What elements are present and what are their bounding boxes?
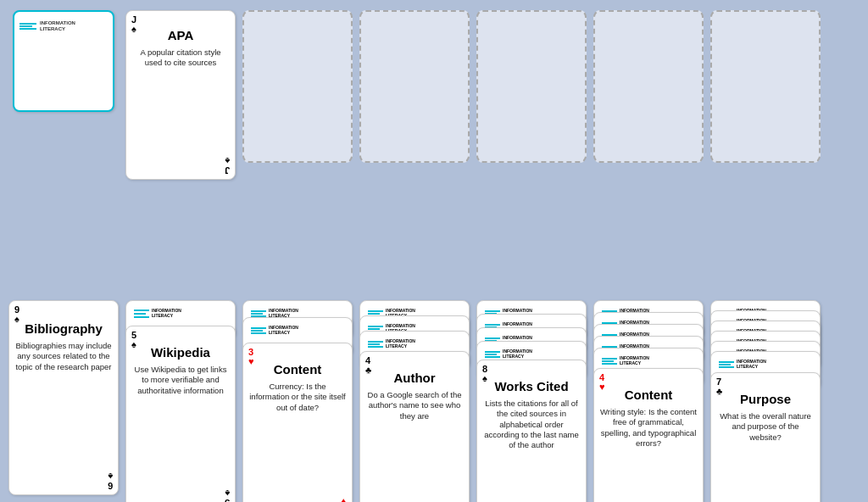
bottom-col-2: INFORMATIONLITERACY INFORMATIONLITERACY … <box>242 300 353 495</box>
wc-title: Works Cited <box>482 379 581 393</box>
empty-card-4 <box>476 10 587 163</box>
content1-corner-tl: 3♥ <box>248 348 254 366</box>
apa-card[interactable]: J ♠ J ♠ APA A popular citation style use… <box>125 10 236 180</box>
wiki-corner-br: 5♠ <box>225 488 230 502</box>
bottom-col-5: INFORMATIONLITERACY INFORMATIONLITERACY … <box>593 300 704 495</box>
logo-card[interactable]: INFORMATION LITERACY <box>13 10 114 112</box>
bottom-col-1: INFORMATIONLITERACY 5♠ 5♠ Wikipedia Use … <box>125 300 236 495</box>
content-currency-card[interactable]: 3♥ 3♥ Content Currency: Is the informati… <box>242 343 353 502</box>
c2-body: Writing style: Is the content free of gr… <box>599 407 698 449</box>
works-cited-card[interactable]: 8♠ 8♠ Works Cited Lists the citations fo… <box>476 360 587 502</box>
bib-corner-br: 6♠ <box>108 471 113 490</box>
apa-title: APA <box>131 28 230 42</box>
content-writing-card[interactable]: 4♥ 4♥ Content Writing style: Is the cont… <box>593 368 704 502</box>
empty-card-2 <box>242 10 353 163</box>
purpose-card[interactable]: 7♣ 7♣ Purpose What is the overall nature… <box>710 372 821 502</box>
p-corner-tl: 7♣ <box>716 377 722 396</box>
wiki-body: Use Wikipedia to get links to more verif… <box>131 365 230 396</box>
content1-corner-br: 3♥ <box>341 497 347 502</box>
empty-card-3 <box>359 10 470 163</box>
bottom-row: 9♠ 6♠ Bibliography Bibliographies may in… <box>0 300 868 502</box>
bottom-col-4: INFORMATIONLITERACY INFORMATIONLITERACY … <box>476 300 587 495</box>
author-corner-tl: 4♣ <box>365 356 371 375</box>
content1-body: Currency: Is the information or the site… <box>248 382 347 413</box>
c2-title: Content <box>599 388 698 402</box>
bib-title: Bibliography <box>14 321 113 336</box>
bottom-col-0: 9♠ 6♠ Bibliography Bibliographies may in… <box>8 300 119 495</box>
wiki-corner-tl: 5♠ <box>131 331 136 349</box>
wc-body: Lists the citations for all of the cited… <box>482 399 581 451</box>
wc-corner-tl: 8♠ <box>482 365 487 383</box>
corner-tl: J ♠ <box>131 15 136 34</box>
p-body: What is the overall nature and purpose o… <box>716 411 815 443</box>
logo-line1: INFORMATION <box>40 20 75 26</box>
bib-corner-tl: 9♠ <box>14 305 19 324</box>
content1-title: Content <box>248 362 347 376</box>
bib-body: Bibliographies may include any sources r… <box>14 341 113 372</box>
wikipedia-card[interactable]: 5♠ 5♠ Wikipedia Use Wikipedia to get lin… <box>125 326 236 502</box>
author-card[interactable]: 4♣ 4♣ Author Do a Google search of the a… <box>359 351 470 502</box>
wiki-title: Wikipedia <box>131 345 230 360</box>
bottom-col-3: INFORMATIONLITERACY INFORMATIONLITERACY … <box>359 300 470 495</box>
empty-card-6 <box>710 10 821 163</box>
corner-br: J ♠ <box>225 156 230 175</box>
author-title: Author <box>365 371 464 385</box>
p-title: Purpose <box>716 392 815 406</box>
bibliography-card[interactable]: 9♠ 6♠ Bibliography Bibliographies may in… <box>8 300 119 495</box>
author-body: Do a Google search of the author's name … <box>365 390 464 421</box>
apa-body: A popular citation style used to cite so… <box>131 47 230 69</box>
c2-corner-tl: 4♥ <box>599 373 605 392</box>
empty-card-5 <box>593 10 704 163</box>
bottom-col-6: INFORMATIONLITERACY INFORMATIONLITERACY … <box>710 300 821 495</box>
logo-line2: LITERACY <box>40 26 75 32</box>
